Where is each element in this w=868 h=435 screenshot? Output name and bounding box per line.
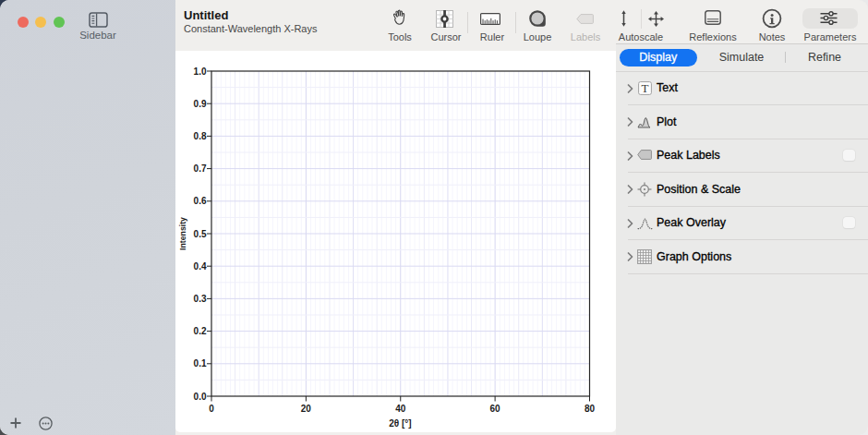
svg-text:0.1: 0.1: [194, 358, 207, 369]
svg-text:0.4: 0.4: [194, 261, 207, 272]
svg-text:0: 0: [209, 404, 214, 414]
svg-text:1.0: 1.0: [194, 66, 207, 77]
svg-text:0.2: 0.2: [194, 326, 207, 336]
svg-text:0.5: 0.5: [194, 229, 207, 239]
svg-text:0.6: 0.6: [194, 196, 207, 206]
svg-text:0.7: 0.7: [194, 163, 207, 174]
svg-text:80: 80: [585, 404, 596, 414]
svg-text:40: 40: [395, 404, 406, 414]
svg-text:2θ [°]: 2θ [°]: [389, 418, 411, 429]
svg-text:0.8: 0.8: [194, 131, 207, 141]
svg-text:0.3: 0.3: [194, 294, 207, 304]
svg-text:60: 60: [490, 404, 501, 414]
svg-text:0.9: 0.9: [194, 99, 207, 109]
svg-text:0.0: 0.0: [194, 392, 207, 402]
svg-text:20: 20: [301, 404, 312, 414]
svg-text:Intensity: Intensity: [178, 217, 187, 250]
